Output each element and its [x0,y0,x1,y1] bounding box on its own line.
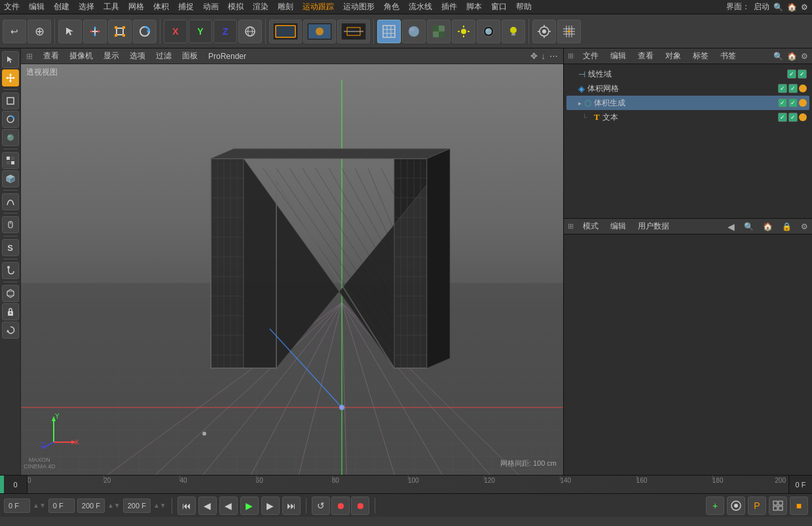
tool-cube[interactable] [2,170,19,187]
axis-y-button[interactable]: Y [189,20,212,43]
rp-home-icon[interactable]: 🏠 [787,52,797,61]
menu-pipeline[interactable]: 流水线 [409,1,432,12]
settings-icon[interactable]: ⚙ [801,3,808,12]
tool-refresh[interactable] [2,322,19,339]
rp-tab-tag[interactable]: 标签 [690,50,711,62]
menu-motion-track[interactable]: 运动跟踪 [303,1,334,12]
rotate-tool[interactable] [133,20,157,43]
rb-tab-userdata[interactable]: 用户数据 [635,221,672,232]
menu-mesh[interactable]: 网格 [128,1,144,12]
home-icon[interactable]: 🏠 [787,3,797,12]
vp-more-icon[interactable]: ⋯ [549,51,558,61]
tree-check-text[interactable]: ✓ [778,113,787,122]
timeline-track[interactable]: 0 20 40 60 80 100 120 140 160 180 200 [28,476,788,493]
grid-snap-btn[interactable] [557,20,581,43]
vp-menu-filter[interactable]: 过滤 [156,50,172,62]
rb-home-icon[interactable]: 🏠 [763,222,773,231]
undo-button[interactable]: ↩ [3,20,26,43]
menu-help[interactable]: 帮助 [516,1,532,12]
menu-volume[interactable]: 体积 [153,1,169,12]
rb-nav-left[interactable]: ◀ [728,221,735,232]
menu-plugins[interactable]: 插件 [441,1,457,12]
menu-create[interactable]: 创建 [54,1,69,12]
rp-settings-icon[interactable]: ⚙ [801,52,808,61]
menu-simulate[interactable]: 模拟 [228,1,244,12]
layout-mode[interactable]: 启动 [754,1,769,12]
vp-menu-view[interactable]: 查看 [43,50,59,62]
render-region[interactable] [269,20,302,43]
record-btn[interactable]: ⏺ [331,497,350,515]
next-frame-btn[interactable]: ▶ [261,497,280,515]
rp-tab-file[interactable]: 文件 [580,50,601,62]
tree-item-text[interactable]: └ T 文本 ✓ ✓ [566,110,809,124]
solid-btn[interactable] [402,20,426,43]
render-view[interactable] [303,20,336,43]
rp-tab-object[interactable]: 对象 [663,50,684,62]
tool-s[interactable]: S [2,239,19,256]
rb-tab-mode[interactable]: 模式 [580,221,601,232]
search-icon[interactable]: 🔍 [773,3,783,12]
tool-pointer[interactable] [2,51,19,68]
vp-move-icon[interactable]: ✥ [530,51,538,61]
vp-menu-prorender[interactable]: ProRender [208,52,246,61]
frame-current-field[interactable]: 0 F [4,498,30,513]
tool-grid-hex[interactable] [2,285,19,302]
rp-search-icon[interactable]: 🔍 [773,52,783,61]
viewport-3d[interactable]: ⊞ 查看 摄像机 显示 选项 过滤 面板 ProRender ✥ ↓ ⋯ 透视视… [21,48,563,475]
menu-character[interactable]: 角色 [384,1,399,12]
rp-tab-view[interactable]: 查看 [635,50,656,62]
frame-start-field[interactable]: 0 F [48,498,75,513]
rp-tab-edit[interactable]: 编辑 [608,50,629,62]
bulb-btn[interactable] [502,20,525,43]
vp-menu-panel[interactable]: 面板 [182,50,198,62]
axis-x-button[interactable]: X [164,20,187,43]
frame-end-field[interactable]: 200 F [77,498,105,513]
scale-tool[interactable] [108,20,132,43]
tree-check-vbuild2[interactable]: ✓ [788,98,798,107]
menu-animate[interactable]: 动画 [203,1,219,12]
play-reverse-btn[interactable]: ◀ [219,497,238,515]
loop-btn[interactable]: ↺ [312,497,330,515]
tree-check-vmesh2[interactable]: ✓ [788,84,798,93]
menu-sculpt[interactable]: 雕刻 [278,1,293,12]
redo-button[interactable]: ⊕ [28,20,51,43]
tool-hook[interactable] [2,262,19,279]
preview-btn[interactable]: P [748,497,766,515]
tool-move[interactable] [2,69,19,86]
select-tool[interactable] [58,20,82,43]
rp-tab-bookmark[interactable]: 书签 [718,50,739,62]
wireframe-btn[interactable] [377,20,401,43]
menu-select[interactable]: 选择 [79,1,94,12]
menu-script[interactable]: 脚本 [466,1,482,12]
go-to-end-btn[interactable]: ⏭ [282,497,301,515]
rb-settings-icon[interactable]: ⚙ [801,222,808,231]
vp-menu-camera[interactable]: 摄像机 [69,50,93,62]
timeline-btn[interactable]: ■ [790,497,808,515]
tree-check-text2[interactable]: ✓ [788,113,798,122]
auto-record-btn[interactable]: ⏺ [351,497,369,515]
tool-lock[interactable] [2,303,19,320]
axis-z-button[interactable]: Z [213,20,237,43]
tool-rotate[interactable] [2,111,19,128]
tool-checker[interactable] [2,152,19,169]
world-button[interactable] [238,20,262,43]
quick-render-btn[interactable] [477,20,500,43]
motion-path-btn[interactable] [727,497,745,515]
go-to-start-btn[interactable]: ⏮ [177,497,196,515]
snap-btn[interactable] [532,20,556,43]
move-tool[interactable] [83,20,107,43]
vp-down-icon[interactable]: ↓ [542,51,546,61]
render-settings[interactable] [337,20,370,43]
tree-item-volume-mesh[interactable]: ◈ 体积网格 ✓ ✓ [566,81,809,96]
tree-item-volume-builder[interactable]: ▸ ⬡ 体积生成 ✓ ✓ [566,96,809,110]
rb-search-icon[interactable]: 🔍 [744,222,754,231]
tree-check-vmesh[interactable]: ✓ [778,84,787,93]
menu-mograph[interactable]: 运动图形 [343,1,375,12]
vp-menu-options[interactable]: 选项 [130,50,145,62]
rb-lock-icon[interactable]: 🔒 [782,222,792,231]
light-btn[interactable] [452,20,475,43]
vp-menu-display[interactable]: 显示 [103,50,119,62]
tool-box[interactable] [2,92,19,109]
menu-window[interactable]: 窗口 [491,1,507,12]
rb-tab-edit[interactable]: 编辑 [608,221,629,232]
